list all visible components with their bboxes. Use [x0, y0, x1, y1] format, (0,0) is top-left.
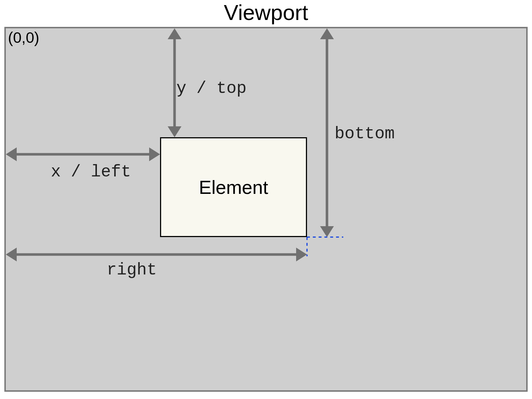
svg-marker-1	[168, 28, 181, 39]
label-right: right	[107, 261, 157, 280]
svg-marker-10	[6, 248, 17, 261]
arrow-x-left	[6, 145, 160, 163]
svg-marker-7	[6, 147, 17, 161]
svg-marker-8	[149, 147, 160, 161]
svg-marker-2	[168, 126, 181, 137]
viewport-box: (0,0) Element y / top x / left bottom ri…	[4, 27, 528, 392]
label-x-left: x / left	[51, 163, 131, 182]
element-box: Element	[160, 137, 307, 237]
element-label: Element	[199, 176, 268, 198]
arrow-bottom	[318, 28, 336, 237]
diagram-title: Viewport	[0, 0, 532, 25]
label-y-top: y / top	[176, 79, 246, 98]
origin-label: (0,0)	[8, 29, 39, 46]
svg-marker-4	[320, 28, 334, 39]
dashed-guide	[300, 228, 351, 257]
label-bottom: bottom	[335, 125, 395, 143]
